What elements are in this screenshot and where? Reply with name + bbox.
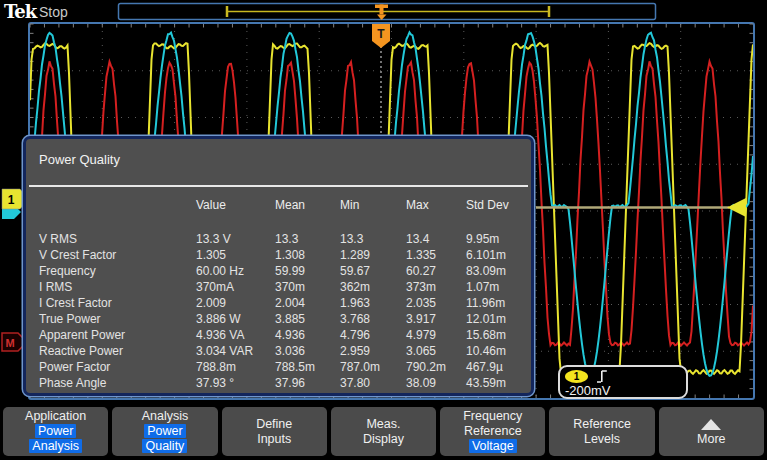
measurement-label: Phase Angle — [39, 375, 196, 391]
measurement-mean: 3.885 — [275, 311, 340, 327]
menu-button-label: More — [697, 432, 725, 446]
measurement-min: 13.3 — [340, 231, 406, 247]
measurement-label: I Crest Factor — [39, 295, 196, 311]
measurement-value: 2.009 — [196, 295, 275, 311]
measurement-min: 2.959 — [340, 343, 406, 359]
measurement-max: 13.4 — [406, 231, 466, 247]
measurement-label: I RMS — [39, 279, 196, 295]
measurement-row: I Crest Factor2.0092.0041.9632.03511.96m — [26, 295, 531, 311]
ch1-badge: 1 — [565, 370, 588, 383]
measurement-mean: 370m — [275, 279, 340, 295]
measurement-row: Apparent Power4.936 VA4.9364.7964.97915.… — [26, 327, 531, 343]
menu-button-label: Reference — [464, 424, 522, 438]
svg-text:T: T — [377, 27, 385, 41]
menu-button-label: Voltage — [469, 439, 517, 453]
measurement-max: 3.065 — [406, 343, 466, 359]
measurement-max: 38.09 — [406, 375, 466, 391]
measurement-value: 788.8m — [196, 359, 275, 375]
measurement-max: 3.917 — [406, 311, 466, 327]
measurement-max: 4.979 — [406, 327, 466, 343]
measurement-label: Power Factor — [39, 359, 196, 375]
measurement-min: 37.80 — [340, 375, 406, 391]
svg-text:M: M — [5, 337, 14, 349]
measurement-row: V RMS13.3 V13.313.313.49.95m — [26, 231, 531, 247]
measurement-std: 6.101m — [466, 247, 531, 263]
measurement-row: True Power3.886 W3.8853.7683.91712.01m — [26, 311, 531, 327]
measurement-min: 787.0m — [340, 359, 406, 375]
trigger-readout: 1 -200mV — [558, 365, 688, 399]
measurement-std: 12.01m — [466, 311, 531, 327]
measurement-value: 3.034 VAR — [196, 343, 275, 359]
measurement-row: Phase Angle37.93 °37.9637.8038.0943.59m — [26, 375, 531, 391]
column-header: Std Dev — [466, 197, 531, 213]
measurement-max: 790.2m — [406, 359, 466, 375]
measurement-label: Frequency — [39, 263, 196, 279]
menu-button-label: Analysis — [29, 439, 82, 453]
measurement-std: 15.68m — [466, 327, 531, 343]
measurement-min: 362m — [340, 279, 406, 295]
trigger-level-value: -200mV — [565, 383, 686, 398]
menu-button-label: Power — [144, 424, 185, 438]
measurement-row: Frequency60.00 Hz59.9959.6760.2783.09m — [26, 263, 531, 279]
measurement-std: 9.95m — [466, 231, 531, 247]
measurement-mean: 2.004 — [275, 295, 340, 311]
menu-button-label: Display — [363, 432, 404, 446]
column-header: Value — [196, 197, 275, 213]
menu-button-application[interactable]: ApplicationPowerAnalysis — [3, 407, 108, 456]
measurement-value: 370mA — [196, 279, 275, 295]
measurement-value: 13.3 V — [196, 231, 275, 247]
menu-button-meas-display[interactable]: Meas.Display — [331, 407, 436, 456]
more-arrow-icon — [701, 419, 721, 430]
measurement-mean: 59.99 — [275, 263, 340, 279]
measurement-value: 3.886 W — [196, 311, 275, 327]
measurement-min: 4.796 — [340, 327, 406, 343]
trigger-position-flag-icon: T — [372, 24, 390, 135]
measurement-min: 59.67 — [340, 263, 406, 279]
measurement-row: I RMS370mA370m362m373m1.07m — [26, 279, 531, 295]
menu-button-label: Frequency — [463, 409, 522, 423]
menu-button-reference-levels[interactable]: ReferenceLevels — [549, 407, 654, 456]
menu-button-label: Define — [256, 417, 292, 431]
menu-button-label: Levels — [584, 432, 620, 446]
measurement-label: Apparent Power — [39, 327, 196, 343]
measurement-mean: 4.936 — [275, 327, 340, 343]
oscilloscope-screen: Tek Stop — [0, 0, 767, 460]
table-header-row: ValueMeanMinMaxStd Dev — [26, 197, 531, 213]
measurement-value: 37.93 ° — [196, 375, 275, 391]
rising-edge-icon — [596, 369, 609, 384]
measurement-label: V Crest Factor — [39, 247, 196, 263]
measurement-label: Reactive Power — [39, 343, 196, 359]
measurement-mean: 3.036 — [275, 343, 340, 359]
column-header: Max — [406, 197, 466, 213]
panel-title: Power Quality — [39, 152, 120, 167]
panel-separator — [29, 185, 528, 187]
measurement-max: 373m — [406, 279, 466, 295]
menu-button-more[interactable]: More — [659, 407, 764, 456]
softkey-menu: ApplicationPowerAnalysisAnalysisPowerQua… — [0, 404, 767, 460]
measurement-std: 11.96m — [466, 295, 531, 311]
power-quality-panel: Power Quality ValueMeanMinMaxStd Dev V R… — [23, 136, 534, 396]
measurement-mean: 13.3 — [275, 231, 340, 247]
measurement-max: 1.335 — [406, 247, 466, 263]
measurement-label: True Power — [39, 311, 196, 327]
measurement-std: 1.07m — [466, 279, 531, 295]
measurement-std: 467.9µ — [466, 359, 531, 375]
menu-button-define-inputs[interactable]: DefineInputs — [222, 407, 327, 456]
measurement-value: 60.00 Hz — [196, 263, 275, 279]
menu-button-label: Reference — [573, 417, 631, 431]
trigger-level-arrow-icon — [727, 198, 746, 217]
menu-button-label: Analysis — [142, 409, 189, 423]
menu-button-label: Application — [25, 409, 86, 423]
measurement-row: Reactive Power3.034 VAR3.0362.9593.06510… — [26, 343, 531, 359]
menu-button-label: Quality — [142, 439, 187, 453]
menu-button-frequency-reference[interactable]: FrequencyReferenceVoltage — [440, 407, 545, 456]
column-header: Min — [340, 197, 406, 213]
measurement-max: 2.035 — [406, 295, 466, 311]
column-header: Mean — [275, 197, 340, 213]
acquisition-bar — [119, 4, 656, 21]
measurement-min: 1.289 — [340, 247, 406, 263]
measurement-label: V RMS — [39, 231, 196, 247]
measurement-mean: 1.308 — [275, 247, 340, 263]
menu-button-analysis[interactable]: AnalysisPowerQuality — [112, 407, 217, 456]
svg-text:1: 1 — [8, 193, 15, 207]
